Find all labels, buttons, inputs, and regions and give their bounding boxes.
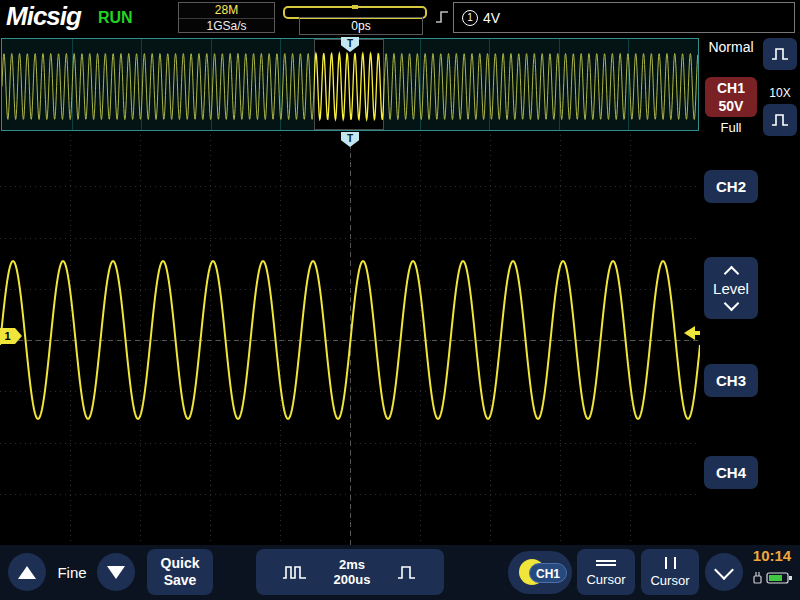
main-waveform-canvas [0,135,700,545]
channel-1-flag-arrow-icon [15,328,22,344]
battery-icon [766,571,793,585]
channel-3-button[interactable]: CH3 [704,364,758,397]
vertical-cursor-icon [665,557,676,569]
chevron-down-icon [714,560,734,580]
cursor-horizontal-button[interactable]: Cursor [577,549,635,595]
quick-save-button[interactable]: Quick Save [147,549,213,595]
level-label: Level [713,280,749,297]
adjust-down-button[interactable] [97,553,135,591]
trigger-level-readout: 4V [483,10,500,26]
pulse-icon [770,111,790,129]
probe-waveform-button-top[interactable] [763,38,797,70]
trigger-mode-label[interactable]: Normal [700,39,762,55]
clock: 10:14 [746,547,798,564]
timebase-zoom: 200us [334,572,371,587]
trigger-level-marker[interactable] [684,326,700,340]
pulse-icon [770,45,790,63]
top-status-bar: Micsig RUN 28M 1GSa/s 0ps 1 4V [0,0,800,36]
charger-icon [752,571,763,585]
oscilloscope-screen: Micsig RUN 28M 1GSa/s 0ps 1 4V T T 1 [0,0,800,600]
bandwidth-label: Full [705,120,757,135]
fine-adjust-label[interactable]: Fine [48,545,96,600]
bottom-toolbar: Fine Quick Save 2ms 200us CH1 Cursor Cur… [0,545,800,600]
trigger-info-box[interactable]: 1 4V [453,2,795,33]
main-waveform-display[interactable]: 1 [0,135,700,545]
probe-attenuation-label: 10X [763,86,797,100]
channel-4-button[interactable]: CH4 [704,456,758,489]
horizontal-cursor-icon [596,558,616,568]
triangle-down-icon [107,566,125,579]
channel-1-scale: 50V [705,97,757,115]
sample-info-box[interactable]: 28M 1GSa/s [178,2,275,33]
cursor-vertical-button[interactable]: Cursor [641,549,699,595]
brand-logo: Micsig [6,1,81,32]
single-pulse-icon [396,562,418,582]
memory-depth: 28M [179,3,274,19]
window-position-tick [352,5,358,9]
timebase-main: 2ms [334,557,371,572]
run-status[interactable]: RUN [98,9,133,27]
right-control-panel: Normal CH1 50V 10X Full CH2 Level CH3 CH… [700,36,800,545]
cursor-h-label: Cursor [586,572,625,587]
trigger-level-arrow-icon [684,326,695,340]
collapse-menu-button[interactable] [705,553,743,591]
overview-waveform-canvas [2,39,698,130]
active-channel-label: CH1 [529,563,567,583]
trigger-channel-badge: 1 [462,10,478,26]
trigger-level-button[interactable]: Level [704,257,758,319]
rising-edge-trigger-icon [433,8,451,26]
adjust-up-button[interactable] [8,553,46,591]
chevron-up-icon [723,265,739,281]
trigger-level-arrow-tail [695,331,700,335]
status-icons [752,571,793,585]
chevron-down-icon [723,295,739,311]
channel-1-button[interactable]: CH1 50V [705,77,757,117]
probe-waveform-button-bottom[interactable] [763,104,797,136]
channel-1-flag: 1 [0,328,15,344]
active-channel-button[interactable]: CH1 [508,551,572,594]
double-pulse-icon [282,562,308,582]
trigger-delay-readout[interactable]: 0ps [299,17,423,35]
channel-1-position-marker[interactable]: 1 [0,328,22,344]
sample-rate: 1GSa/s [179,19,274,33]
channel-1-label: CH1 [705,79,757,97]
timebase-readout: 2ms 200us [334,557,371,587]
timebase-control[interactable]: 2ms 200us [256,549,444,595]
cursor-v-label: Cursor [650,573,689,588]
channel-2-button[interactable]: CH2 [704,170,758,203]
triangle-up-icon [18,566,36,579]
